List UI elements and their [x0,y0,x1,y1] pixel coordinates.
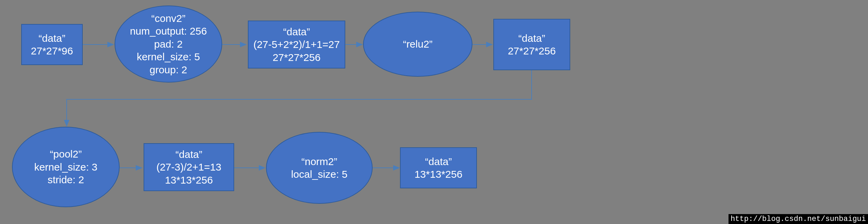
node-data2: “data” (27-5+2*2)/1+1=27 27*27*256 [248,21,345,69]
label: kernel_size: 5 [137,50,200,63]
node-pool2: “pool2” kernel_size: 3 stride: 2 [12,127,120,207]
label: stride: 2 [48,173,84,186]
node-data5: “data” 13*13*256 [400,147,477,188]
label: (27-5+2*2)/1+1=27 [253,38,340,51]
label: num_output: 256 [130,25,207,38]
node-relu2: “relu2” [363,12,472,77]
node-data4: “data” (27-3)/2+1=13 13*13*256 [144,143,234,191]
label: 13*13*256 [414,168,462,181]
label: 27*27*256 [272,51,320,64]
label: “norm2” [301,155,337,168]
label: (27-3)/2+1=13 [156,161,221,174]
label: 27*27*96 [31,45,73,58]
label: “data” [283,25,310,38]
label: “relu2” [403,38,433,51]
label: “data” [425,155,452,168]
label: 27*27*256 [508,45,556,58]
label: local_size: 5 [291,168,347,181]
node-norm2: “norm2” local_size: 5 [266,132,373,204]
node-data3: “data” 27*27*256 [493,19,570,70]
label: group: 2 [149,63,187,76]
label: “data” [175,148,202,161]
label: kernel_size: 3 [34,161,97,174]
label: 13*13*256 [165,174,213,187]
watermark: http://blog.csdn.net/sunbaigui [729,214,868,224]
label: “conv2” [151,12,185,25]
label: “data” [39,32,65,45]
label: “data” [518,32,545,45]
node-conv2: “conv2” num_output: 256 pad: 2 kernel_si… [115,5,222,83]
label: pad: 2 [154,38,183,51]
node-data1: “data” 27*27*96 [21,24,83,65]
label: “pool2” [50,148,82,161]
